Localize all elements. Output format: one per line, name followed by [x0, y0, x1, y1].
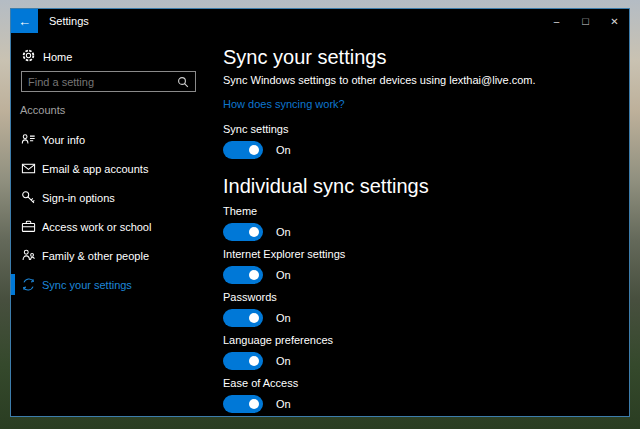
toggle-state-label: On: [276, 398, 291, 410]
search-icon[interactable]: [177, 76, 195, 88]
page-description: Sync Windows settings to other devices u…: [223, 74, 629, 87]
sidebar-item-label: Sync your settings: [42, 279, 132, 291]
language-preferences-toggle[interactable]: [223, 352, 263, 370]
sidebar-item-sync-your-settings[interactable]: Sync your settings: [11, 270, 213, 299]
search-input[interactable]: [22, 72, 177, 91]
sidebar-item-label: Your info: [42, 134, 85, 146]
sidebar-item-label: Sign-in options: [42, 192, 115, 204]
sidebar-item-label: Access work or school: [42, 221, 151, 233]
main-content: Sync your settings Sync Windows settings…: [223, 33, 629, 416]
sidebar-item-home[interactable]: Home: [11, 45, 213, 69]
ease-of-access-toggle-row: On: [223, 395, 629, 413]
sidebar-nav: Your info Email & app accounts: [11, 125, 213, 299]
toggle-knob: [249, 270, 259, 280]
toggle-knob: [249, 145, 259, 155]
back-arrow-icon: ←: [18, 14, 31, 29]
gear-icon: [21, 48, 36, 67]
sidebar-item-label: Family & other people: [42, 250, 149, 262]
page-title: Sync your settings: [223, 45, 629, 69]
window-controls: – □ ✕: [542, 9, 629, 33]
sync-settings-label: Sync settings: [223, 123, 629, 136]
search-box: [21, 71, 196, 92]
internet-explorer-settings-label: Internet Explorer settings: [223, 248, 629, 261]
passwords-toggle-row: On: [223, 309, 629, 327]
toggle-knob: [249, 313, 259, 323]
ease-of-access-label: Ease of Access: [223, 377, 629, 390]
toggle-state-label: On: [276, 226, 291, 238]
sync-icon: [20, 277, 36, 293]
minimize-button[interactable]: –: [542, 9, 571, 33]
toggle-state-label: On: [276, 144, 291, 156]
close-button[interactable]: ✕: [600, 9, 629, 33]
window-title: Settings: [49, 9, 89, 33]
language-preferences-toggle-row: On: [223, 352, 629, 370]
passwords-toggle[interactable]: [223, 309, 263, 327]
toggle-knob: [249, 399, 259, 409]
passwords-label: Passwords: [223, 291, 629, 304]
internet-explorer-toggle-row: On: [223, 266, 629, 284]
sidebar-item-label: Home: [43, 51, 72, 63]
minimize-icon: –: [554, 16, 560, 27]
key-icon: [20, 190, 36, 206]
toggle-state-label: On: [276, 269, 291, 281]
internet-explorer-toggle[interactable]: [223, 266, 263, 284]
toggle-state-label: On: [276, 355, 291, 367]
sidebar-section-label: Accounts: [20, 104, 65, 116]
sidebar-item-family-other-people[interactable]: Family & other people: [11, 241, 213, 270]
briefcase-icon: [20, 219, 36, 235]
sync-settings-toggle-row: On: [223, 141, 629, 159]
sidebar-item-your-info[interactable]: Your info: [11, 125, 213, 154]
sync-settings-toggle[interactable]: [223, 141, 263, 159]
toggle-state-label: On: [276, 312, 291, 324]
settings-window: ← Settings – □ ✕ Home: [10, 8, 630, 417]
back-button[interactable]: ←: [11, 9, 38, 33]
maximize-button[interactable]: □: [571, 9, 600, 33]
language-preferences-label: Language preferences: [223, 334, 629, 347]
section-title: Individual sync settings: [223, 174, 629, 198]
sidebar-item-email-app-accounts[interactable]: Email & app accounts: [11, 154, 213, 183]
theme-toggle[interactable]: [223, 223, 263, 241]
title-bar: ← Settings – □ ✕: [11, 9, 629, 33]
close-icon: ✕: [610, 16, 618, 27]
user-info-icon: [20, 132, 36, 148]
sidebar-item-access-work-or-school[interactable]: Access work or school: [11, 212, 213, 241]
toggle-knob: [249, 227, 259, 237]
selected-indicator: [11, 274, 15, 295]
theme-toggle-row: On: [223, 223, 629, 241]
sidebar-item-sign-in-options[interactable]: Sign-in options: [11, 183, 213, 212]
how-does-syncing-work-link[interactable]: How does syncing work?: [223, 98, 345, 111]
maximize-icon: □: [582, 15, 589, 27]
people-icon: [20, 248, 36, 264]
sidebar-item-label: Email & app accounts: [42, 163, 148, 175]
email-icon: [20, 161, 36, 177]
theme-label: Theme: [223, 205, 629, 218]
ease-of-access-toggle[interactable]: [223, 395, 263, 413]
toggle-knob: [249, 356, 259, 366]
sidebar: Home Accounts You: [11, 33, 213, 416]
